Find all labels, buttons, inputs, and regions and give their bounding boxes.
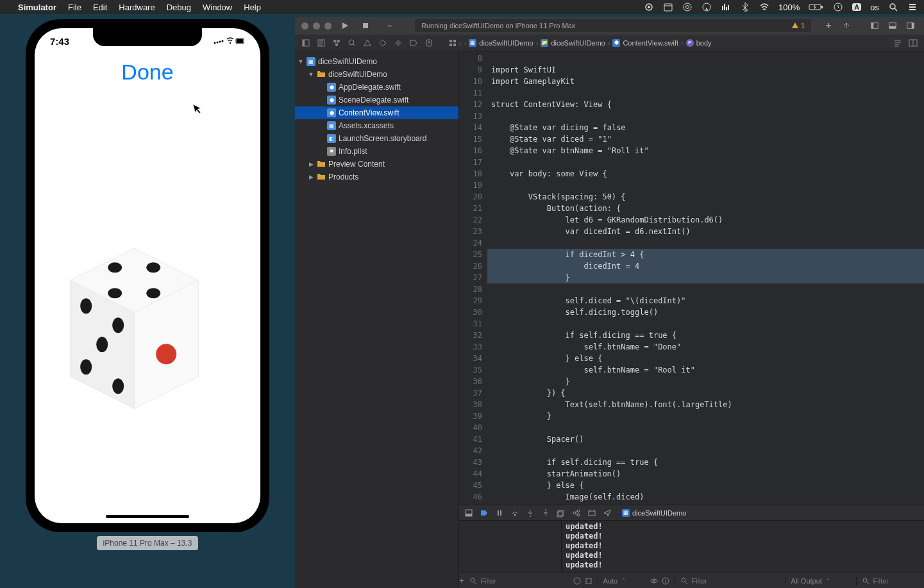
wifi-icon[interactable]	[759, 2, 769, 12]
code-line-26[interactable]: dicedInt = 4	[487, 260, 924, 272]
add-button[interactable]	[821, 20, 836, 31]
menu-help[interactable]: Help	[244, 3, 261, 12]
nav-debug-icon[interactable]	[394, 38, 403, 47]
nav-issue-icon[interactable]	[363, 38, 372, 47]
code-line-28[interactable]	[487, 283, 924, 295]
code-line-22[interactable]: let d6 = GKRandomDistribution.d6()	[487, 214, 924, 226]
at-icon[interactable]	[682, 2, 693, 12]
code-line-40[interactable]	[487, 422, 924, 433]
view-debug-icon[interactable]	[557, 508, 566, 517]
nav-item-launchscreen-storyboard[interactable]: ◧LaunchScreen.storyboard	[295, 132, 458, 145]
code-line-37[interactable]: }) {	[487, 387, 924, 399]
nav-item-diceswiftuidemo[interactable]: ▼diceSwiftUIDemo	[295, 68, 458, 81]
code-line-14[interactable]: @State var dicing = false	[487, 122, 924, 133]
breakpoints-toggle-icon[interactable]	[480, 508, 489, 517]
code-line-25[interactable]: if dicedInt > 4 {	[487, 249, 924, 260]
code-line-17[interactable]	[487, 156, 924, 168]
code-line-35[interactable]: self.btnName = "Rool it"	[487, 364, 924, 376]
zoom-window-icon[interactable]	[324, 22, 332, 29]
code-line-27[interactable]: }	[487, 272, 924, 283]
memory-graph-icon[interactable]	[572, 508, 581, 517]
run-button[interactable]	[338, 20, 352, 31]
code-line-30[interactable]: self.dicing.toggle()	[487, 307, 924, 318]
code-line-10[interactable]: import GameplayKit	[487, 76, 924, 87]
stop-button[interactable]	[358, 20, 373, 31]
code-line-20[interactable]: VStack(spacing: 50) {	[487, 191, 924, 203]
inspector-panel-toggle[interactable]	[903, 20, 918, 31]
code-line-36[interactable]: }	[487, 376, 924, 387]
code-line-16[interactable]: @State var btnName = "Roll it"	[487, 145, 924, 156]
breadcrumb[interactable]: ‹ › ▦ diceSwiftUIDemo› 📁 diceSwiftUIDemo…	[446, 39, 712, 47]
code-line-24[interactable]	[487, 237, 924, 249]
nav-panel-toggle[interactable]	[868, 20, 882, 31]
crumb-file[interactable]: ContentView.swift	[623, 39, 678, 47]
clock-icon[interactable]	[833, 2, 843, 12]
info-icon[interactable]: i	[662, 577, 669, 585]
menu-debug[interactable]: Debug	[167, 3, 191, 12]
code-line-44[interactable]: startAnimation()	[487, 468, 924, 480]
nav-item-scenedelegate-swift[interactable]: ⬢SceneDelegate.swift	[295, 94, 458, 106]
nav-item-assets-xcassets[interactable]: ▦Assets.xcassets	[295, 119, 458, 132]
code-editor[interactable]: 8910111213141516171819202122232425262728…	[459, 51, 924, 505]
nav-item-appdelegate-swift[interactable]: ⬢AppDelegate.swift	[295, 81, 458, 94]
home-indicator[interactable]	[106, 515, 189, 518]
input-source-icon[interactable]: A	[852, 3, 861, 11]
code-line-13[interactable]	[487, 110, 924, 122]
nav-item-preview-content[interactable]: ▶Preview Content	[295, 158, 458, 171]
menu-file[interactable]: File	[68, 3, 81, 12]
activity-status[interactable]: Running diceSwiftUIDemo on iPhone 11 Pro…	[415, 19, 811, 32]
library-button[interactable]	[839, 20, 853, 31]
scope-filter-icon[interactable]	[585, 577, 592, 585]
debug-panel-toggle[interactable]	[886, 20, 900, 31]
code-line-46[interactable]: Image(self.diced)	[487, 491, 924, 503]
back-icon[interactable]: ‹	[459, 39, 462, 47]
clock-filter-icon[interactable]	[573, 577, 581, 585]
menu-window[interactable]: Window	[203, 3, 232, 12]
debug-target[interactable]: diceSwiftUIDemo	[632, 509, 686, 517]
menubar-app-name[interactable]: Simulator	[18, 3, 56, 12]
hide-debug-icon[interactable]	[464, 508, 473, 517]
nav-source-icon[interactable]	[317, 38, 326, 47]
code-line-21[interactable]: Button(action: {	[487, 203, 924, 214]
code-line-23[interactable]: var dicedInt = d6.nextInt()	[487, 226, 924, 237]
console-output[interactable]: updated!updated!updated!updated!updated!	[562, 521, 924, 573]
add-filter-button[interactable]: +	[459, 576, 464, 585]
record-icon[interactable]	[644, 2, 654, 12]
output-filter-input[interactable]	[873, 577, 924, 585]
airplay-icon[interactable]	[701, 2, 712, 12]
step-over-icon[interactable]	[510, 508, 519, 517]
notifications-icon[interactable]	[907, 2, 918, 12]
step-out-icon[interactable]	[541, 508, 550, 517]
close-window-icon[interactable]	[301, 22, 308, 29]
code-line-34[interactable]: } else {	[487, 353, 924, 364]
nav-breakpoint-icon[interactable]	[409, 38, 418, 47]
crumb-project[interactable]: diceSwiftUIDemo	[479, 39, 533, 47]
project-navigator[interactable]: ▼▦diceSwiftUIDemo▼diceSwiftUIDemo⬢AppDel…	[295, 51, 459, 588]
code-line-9[interactable]: import SwiftUI	[487, 64, 924, 76]
minimap-icon[interactable]	[893, 38, 902, 47]
spotlight-icon[interactable]	[888, 2, 898, 12]
auto-label[interactable]: Auto	[603, 577, 618, 585]
variables-filter-input[interactable]	[481, 577, 569, 585]
minimize-window-icon[interactable]	[313, 22, 320, 29]
window-traffic-lights[interactable]	[301, 22, 332, 29]
environment-icon[interactable]	[587, 508, 596, 517]
iphone-screen[interactable]: 7:43 Done	[35, 28, 260, 523]
bluetooth-icon[interactable]	[740, 2, 750, 12]
code-line-41[interactable]: Spacer()	[487, 433, 924, 445]
console-filter-input[interactable]	[692, 577, 780, 585]
crumb-folder[interactable]: diceSwiftUIDemo	[551, 39, 605, 47]
all-output-label[interactable]: All Output	[791, 577, 822, 585]
code-line-15[interactable]: @State var diced = "1"	[487, 133, 924, 145]
nav-find-icon[interactable]	[348, 38, 357, 47]
code-line-11[interactable]	[487, 87, 924, 99]
sim-done-button[interactable]: Done	[35, 60, 260, 85]
code-line-19[interactable]	[487, 180, 924, 191]
activity-icon[interactable]	[721, 2, 731, 12]
code-line-18[interactable]: var body: some View {	[487, 168, 924, 180]
code-line-45[interactable]: } else {	[487, 480, 924, 491]
scheme-selector[interactable]: ▶⟩▢	[379, 20, 405, 31]
nav-item-info-plist[interactable]: ≣Info.plist	[295, 145, 458, 158]
nav-project-icon[interactable]	[301, 38, 310, 47]
code-line-42[interactable]	[487, 445, 924, 457]
